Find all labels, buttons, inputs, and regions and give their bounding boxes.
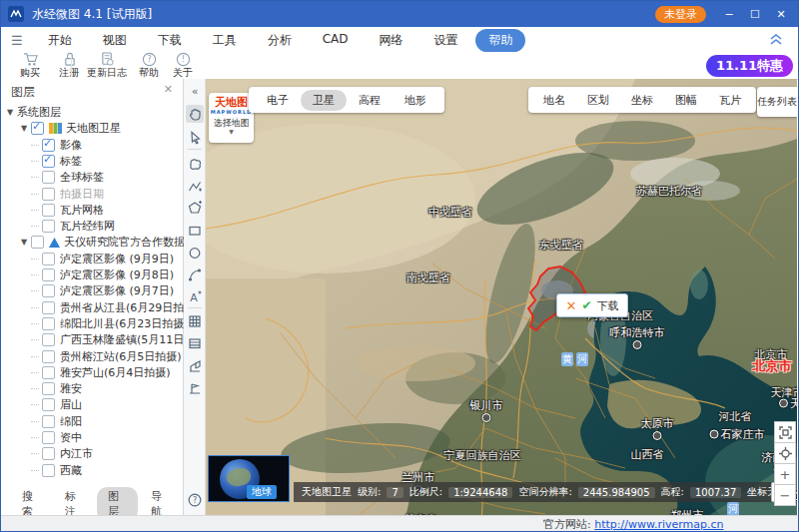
- expander-icon[interactable]: ▼: [21, 238, 31, 247]
- help-icon[interactable]: ?: [186, 491, 204, 509]
- 购买-button[interactable]: 购买: [8, 52, 52, 78]
- layer-tree-item[interactable]: ▼天地图卫星: [21, 121, 121, 136]
- import-tile-tool-icon[interactable]: [186, 379, 204, 397]
- minimize-button[interactable]: ─: [718, 8, 740, 21]
- layer-checkbox[interactable]: [42, 366, 55, 379]
- zoom-out-button[interactable]: −: [774, 484, 796, 506]
- layer-tree-item[interactable]: 泸定震区影像 (9月8日): [31, 267, 174, 282]
- menu-tab-网络[interactable]: 网络: [366, 29, 415, 52]
- pan-tool-icon[interactable]: [186, 105, 204, 123]
- layer-checkbox[interactable]: [42, 171, 55, 184]
- layer-tree-item[interactable]: 眉山: [31, 397, 82, 412]
- task-list-button[interactable]: 任务列表: [757, 87, 797, 117]
- layer-tree-item[interactable]: 泸定震区影像 (9月9日): [31, 252, 174, 266]
- layer-checkbox[interactable]: [42, 350, 55, 363]
- hamburger-menu-icon[interactable]: ☰: [11, 33, 23, 48]
- layer-tree-item[interactable]: 标签: [31, 154, 82, 169]
- overlay-toggle-地名[interactable]: 地名: [532, 90, 576, 111]
- layer-checkbox[interactable]: [42, 204, 55, 217]
- maximize-button[interactable]: ☐: [744, 8, 766, 21]
- collapse-panel-icon[interactable]: «: [186, 82, 204, 100]
- draw-polyline-tool-icon[interactable]: [186, 177, 204, 195]
- locate-button[interactable]: [774, 442, 796, 464]
- layer-tree-item[interactable]: 绵阳北川县(6月23日拍摄): [31, 316, 189, 331]
- layer-checkbox[interactable]: [42, 284, 55, 297]
- panel-close-icon[interactable]: ✕: [164, 83, 173, 96]
- full-extent-button[interactable]: [774, 421, 796, 443]
- map-type-电子[interactable]: 电子: [255, 90, 301, 111]
- menu-tab-设置[interactable]: 设置: [420, 29, 470, 52]
- download-label[interactable]: 下载: [596, 298, 618, 313]
- layer-tree-item[interactable]: 瓦片经纬网: [31, 219, 115, 234]
- layer-tree-item[interactable]: 雅安: [31, 381, 82, 396]
- layer-checkbox[interactable]: [42, 188, 55, 201]
- overlay-toggle-瓦片[interactable]: 瓦片: [708, 90, 752, 111]
- layer-checkbox[interactable]: [42, 268, 55, 281]
- grid-tool-icon[interactable]: [186, 312, 204, 330]
- map-type-高程[interactable]: 高程: [347, 90, 393, 111]
- layer-checkbox[interactable]: [42, 253, 55, 266]
- layer-tree-item[interactable]: 绵阳: [31, 414, 82, 429]
- export-tile-tool-icon[interactable]: [186, 357, 204, 375]
- layer-tree-item[interactable]: ▼系统图层: [7, 105, 61, 120]
- map-type-卫星[interactable]: 卫星: [301, 90, 347, 111]
- layer-tree-item[interactable]: 贵州榕江站(6月5日拍摄): [31, 349, 182, 364]
- select-tool-icon[interactable]: [186, 129, 204, 147]
- layer-checkbox[interactable]: [42, 139, 55, 152]
- layer-tree-item[interactable]: 全球标签: [31, 170, 104, 185]
- layer-checkbox[interactable]: [42, 398, 55, 411]
- layer-checkbox[interactable]: [42, 431, 55, 444]
- draw-polygon-tool-icon[interactable]: [186, 199, 204, 217]
- layer-checkbox[interactable]: [42, 447, 55, 460]
- menu-tab-分析[interactable]: 分析: [255, 29, 305, 52]
- cancel-selection-icon[interactable]: ✕: [566, 298, 577, 313]
- basemap-selector[interactable]: 天地图 MAPWORLD 选择地图 ▼: [209, 93, 254, 143]
- layer-tree-item[interactable]: ▼天仪研究院官方合作数据: [21, 235, 185, 250]
- layer-tree-item[interactable]: 资中: [31, 430, 82, 445]
- layer-checkbox[interactable]: [42, 333, 55, 346]
- 更新日志-button[interactable]: 更新日志: [85, 52, 129, 78]
- layer-tree-item[interactable]: 西藏: [31, 463, 82, 478]
- draw-rectangle-tool-icon[interactable]: [186, 222, 204, 240]
- website-link[interactable]: http://www.rivermap.cn: [594, 518, 723, 531]
- layer-checkbox[interactable]: [42, 220, 55, 233]
- overlay-toggle-区划[interactable]: 区划: [576, 90, 620, 111]
- map-type-地形[interactable]: 地形: [393, 90, 438, 111]
- globe-view-switch[interactable]: 地球: [208, 455, 290, 502]
- layer-checkbox[interactable]: [42, 464, 55, 477]
- layer-checkbox[interactable]: [42, 415, 55, 428]
- map-viewport[interactable]: 中戈壁省东戈壁省南戈壁省苏赫巴托尔省内蒙古自治区呼和浩特市黄河银川市宁夏回族自治…: [206, 79, 797, 518]
- 关于-button[interactable]: !关于: [161, 52, 205, 78]
- login-status-badge[interactable]: 未登录: [655, 6, 706, 23]
- promo-badge[interactable]: 11.11特惠: [706, 55, 793, 77]
- menu-tab-开始[interactable]: 开始: [35, 29, 85, 52]
- confirm-download-icon[interactable]: ✔: [581, 298, 591, 312]
- menu-tab-帮助[interactable]: 帮助: [475, 29, 525, 52]
- close-button[interactable]: ✕: [770, 8, 792, 21]
- draw-circle-tool-icon[interactable]: [186, 244, 204, 262]
- layer-checkbox[interactable]: [42, 382, 55, 395]
- layer-checkbox[interactable]: [31, 122, 44, 135]
- zoom-in-button[interactable]: +: [774, 463, 796, 485]
- expander-icon[interactable]: ▼: [21, 124, 31, 133]
- layer-tree-item[interactable]: 拍摄日期: [31, 187, 104, 202]
- overlay-toggle-图幅[interactable]: 图幅: [664, 90, 708, 111]
- layer-tree-item[interactable]: 泸定震区影像 (9月7日): [31, 283, 174, 298]
- expander-icon[interactable]: ▼: [7, 108, 17, 117]
- layer-checkbox[interactable]: [31, 236, 44, 249]
- layer-checkbox[interactable]: [42, 317, 55, 330]
- layer-tree-item[interactable]: 贵州省从江县(6月29日拍摄): [31, 300, 200, 315]
- menu-tab-工具[interactable]: 工具: [200, 29, 250, 52]
- layer-tree-item[interactable]: 瓦片网格: [31, 203, 104, 218]
- layer-tree-item[interactable]: 影像: [31, 138, 82, 153]
- layer-checkbox[interactable]: [42, 155, 55, 168]
- polygon-select-tool-icon[interactable]: [186, 155, 204, 173]
- menu-tab-CAD[interactable]: CAD: [310, 29, 362, 52]
- collapse-ribbon-icon[interactable]: [768, 31, 784, 45]
- overlay-toggle-坐标[interactable]: 坐标: [620, 90, 664, 111]
- layer-tree-item[interactable]: 雅安芦山(6月4日拍摄): [31, 365, 171, 380]
- layer-checkbox[interactable]: [42, 301, 55, 314]
- menu-tab-视图[interactable]: 视图: [90, 29, 140, 52]
- draw-arc-tool-icon[interactable]: [186, 266, 204, 283]
- menu-tab-下载[interactable]: 下载: [145, 29, 195, 52]
